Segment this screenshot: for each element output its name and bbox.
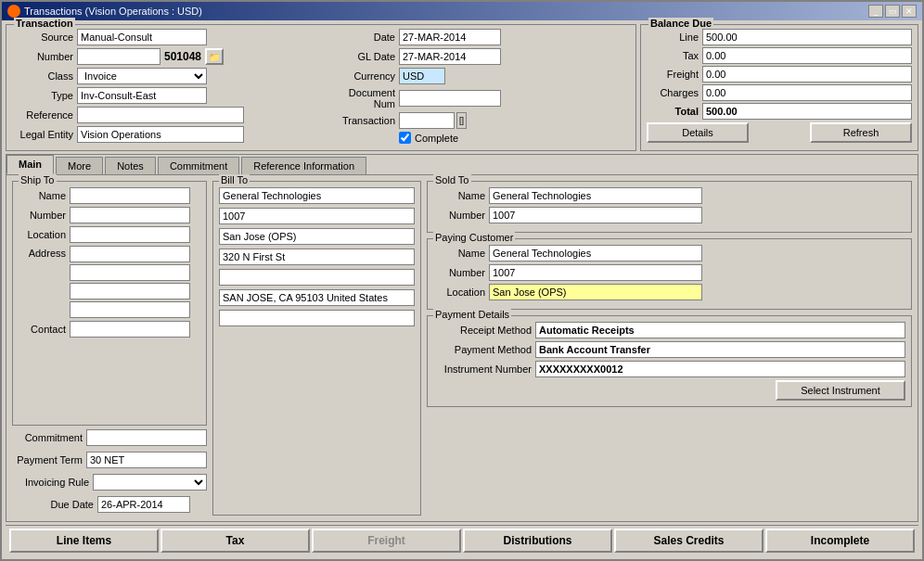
ship-address-1-input[interactable] (70, 246, 190, 262)
window-controls[interactable]: _ ▭ ✕ (868, 5, 917, 18)
transaction-group-label: Transaction (14, 18, 75, 29)
payment-term-input[interactable] (86, 452, 207, 468)
restore-button[interactable]: ▭ (885, 5, 900, 18)
paying-customer-label: Paying Customer (433, 232, 515, 243)
ship-address-label: Address (19, 246, 70, 259)
sold-name-input[interactable] (489, 187, 702, 204)
legal-entity-input[interactable] (77, 126, 244, 143)
balance-due-label: Balance Due (648, 18, 713, 29)
ship-to-label: Ship To (19, 174, 57, 185)
tab-main[interactable]: Main (6, 155, 54, 174)
commitment-input[interactable] (86, 429, 207, 446)
freight-button[interactable]: Freight (312, 529, 461, 553)
currency-label: Currency (325, 70, 399, 82)
reference-input[interactable] (77, 107, 244, 123)
doc-num-input[interactable] (399, 90, 501, 107)
tab-more[interactable]: More (56, 157, 103, 174)
gl-date-input[interactable] (399, 48, 501, 65)
main-tab-content: Ship To Name Number Location (6, 175, 918, 521)
paying-location-label: Location (433, 287, 489, 298)
content-area: Transaction Source Number 501048 📁 (2, 20, 922, 559)
number-input[interactable] (77, 48, 160, 65)
complete-checkbox[interactable] (399, 132, 411, 144)
balance-due-group: Balance Due Line 500.00 Tax 0.00 Freight… (640, 24, 918, 151)
receipt-method-label: Receipt Method (433, 325, 535, 336)
ship-address-3-input[interactable] (70, 283, 190, 300)
ship-address-4-input[interactable] (70, 301, 190, 318)
invoicing-rule-label: Invoicing Rule (14, 477, 93, 488)
tax-button[interactable]: Tax (160, 529, 310, 553)
legal-entity-label: Legal Entity (12, 129, 77, 140)
tab-commitment[interactable]: Commitment (158, 157, 239, 174)
paying-name-input[interactable] (489, 245, 702, 261)
bill-line-4-input[interactable] (219, 249, 415, 265)
paying-customer-group: Paying Customer Name Number Location (427, 238, 912, 310)
ship-name-input[interactable] (70, 187, 190, 204)
bill-line-7-input[interactable] (219, 310, 415, 326)
distributions-button[interactable]: Distributions (463, 529, 612, 553)
window-title: Transactions (Vision Operations : USD) (24, 6, 202, 17)
line-value: 500.00 (702, 29, 912, 45)
sold-number-input[interactable] (489, 207, 702, 223)
paying-location-input[interactable] (489, 284, 702, 300)
sold-to-group: Sold To Name Number (427, 181, 912, 233)
paying-name-label: Name (433, 248, 489, 259)
app-icon (7, 5, 20, 18)
sold-to-label: Sold To (433, 174, 471, 185)
transaction-label: Transaction (325, 115, 399, 126)
details-button[interactable]: Details (647, 122, 749, 143)
gl-date-label: GL Date (325, 51, 399, 62)
invoicing-rule-select[interactable] (93, 474, 207, 491)
sales-credits-button[interactable]: Sales Credits (614, 529, 764, 553)
transaction-buttons: [ ] (456, 112, 467, 129)
charges-label: Charges (647, 87, 702, 98)
transaction-input[interactable] (399, 112, 455, 129)
bill-line-1-input[interactable] (219, 187, 415, 204)
ship-number-input[interactable] (70, 207, 190, 223)
date-label: Date (325, 32, 399, 43)
class-select[interactable]: Invoice (77, 68, 207, 84)
bill-line-5-input[interactable] (219, 269, 415, 286)
title-bar: Transactions (Vision Operations : USD) _… (2, 2, 922, 20)
commitment-label: Commitment (14, 432, 86, 443)
tax-label: Tax (647, 50, 702, 61)
line-items-button[interactable]: Line Items (9, 529, 159, 553)
ship-number-label: Number (19, 210, 70, 221)
charges-value: 0.00 (702, 84, 912, 101)
bill-line-6-input[interactable] (219, 289, 415, 306)
bill-to-group: Bill To (212, 181, 421, 516)
sold-name-label: Name (433, 190, 489, 201)
close-button[interactable]: ✕ (902, 5, 917, 18)
ship-address-2-input[interactable] (70, 264, 190, 281)
minimize-button[interactable]: _ (868, 5, 883, 18)
refresh-button[interactable]: Refresh (810, 122, 912, 143)
ship-contact-input[interactable] (70, 321, 190, 338)
line-label: Line (647, 32, 702, 43)
payment-method-label: Payment Method (433, 344, 535, 355)
tax-value: 0.00 (702, 47, 912, 64)
ship-location-input[interactable] (70, 226, 190, 243)
ship-contact-label: Contact (19, 324, 70, 335)
payment-details-label: Payment Details (433, 309, 511, 320)
payment-term-label: Payment Term (14, 454, 86, 465)
number-label: Number (12, 51, 77, 62)
currency-input[interactable] (399, 68, 445, 84)
instrument-number-value: XXXXXXXXX0012 (535, 361, 905, 377)
type-input[interactable] (77, 87, 207, 104)
paying-number-input[interactable] (489, 264, 702, 281)
date-input[interactable] (399, 29, 501, 45)
number-lookup-button[interactable]: 📁 (205, 48, 224, 65)
instrument-number-label: Instrument Number (433, 363, 535, 375)
bill-line-2-input[interactable] (219, 208, 415, 224)
main-window: Transactions (Vision Operations : USD) _… (0, 0, 924, 561)
type-label: Type (12, 90, 77, 101)
class-label: Class (12, 70, 77, 82)
incomplete-button[interactable]: Incomplete (765, 529, 915, 553)
source-input[interactable] (77, 29, 207, 45)
tab-notes[interactable]: Notes (105, 157, 156, 174)
tab-reference-information[interactable]: Reference Information (241, 157, 366, 174)
due-date-input[interactable] (97, 496, 190, 513)
bill-line-3-input[interactable] (219, 228, 415, 245)
select-instrument-button[interactable]: Select Instrument (776, 380, 905, 401)
tabs-section: Main More Notes Commitment Reference Inf… (6, 154, 918, 522)
